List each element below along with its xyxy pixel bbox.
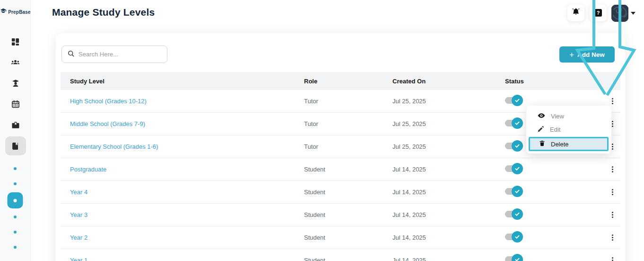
user-avatar[interactable] bbox=[611, 5, 628, 22]
role-cell: Tutor bbox=[304, 143, 392, 150]
created-on-cell: Jul 25, 2025 bbox=[392, 98, 505, 105]
menu-item-edit[interactable]: Edit bbox=[526, 123, 611, 136]
created-on-cell: Jul 14, 2025 bbox=[392, 234, 505, 241]
menu-item-label: View bbox=[551, 113, 564, 120]
status-toggle[interactable] bbox=[505, 143, 518, 149]
status-cell bbox=[505, 188, 604, 196]
study-level-link[interactable]: Year 4 bbox=[61, 189, 304, 196]
sidebar-item-calendar[interactable] bbox=[0, 94, 31, 115]
status-toggle[interactable] bbox=[505, 97, 518, 104]
column-header-created-on: Created On bbox=[392, 78, 505, 85]
menu-item-view[interactable]: View bbox=[526, 109, 611, 123]
add-new-button[interactable]: + Add New bbox=[559, 46, 615, 63]
row-actions-kebab-icon[interactable] bbox=[609, 255, 616, 261]
actions-cell bbox=[604, 255, 620, 261]
sidebar-subitem-dot-6[interactable] bbox=[14, 246, 17, 249]
study-level-link[interactable]: Middle School (Grades 7-9) bbox=[61, 120, 304, 127]
status-toggle[interactable] bbox=[505, 120, 518, 126]
study-level-link[interactable]: Postgraduate bbox=[61, 166, 304, 173]
eye-icon bbox=[537, 111, 546, 121]
created-on-cell: Jul 14, 2025 bbox=[392, 189, 505, 196]
menu-item-label: Edit bbox=[550, 126, 560, 133]
graduation-cap-logo-icon bbox=[0, 8, 7, 16]
sidebar-nav bbox=[0, 31, 31, 156]
page-title: Manage Study Levels bbox=[52, 7, 155, 18]
check-icon bbox=[512, 231, 523, 243]
trash-icon bbox=[539, 140, 546, 148]
sidebar-item-jobs[interactable] bbox=[0, 115, 31, 135]
check-icon bbox=[512, 186, 523, 197]
created-on-cell: Jul 14, 2025 bbox=[392, 211, 505, 218]
check-icon bbox=[512, 254, 523, 261]
sidebar-item-dashboard[interactable] bbox=[0, 31, 31, 52]
status-cell bbox=[505, 97, 604, 105]
role-cell: Tutor bbox=[304, 120, 392, 127]
sidebar-item-students[interactable] bbox=[0, 73, 31, 94]
created-on-cell: Jul 25, 2025 bbox=[392, 120, 505, 127]
menu-item-label: Delete bbox=[551, 141, 569, 148]
status-toggle[interactable] bbox=[505, 211, 518, 217]
sidebar-subitem-dot-2[interactable] bbox=[14, 182, 17, 185]
chevron-down-icon[interactable] bbox=[631, 12, 635, 15]
role-cell: Student bbox=[304, 234, 392, 241]
row-actions-kebab-icon[interactable] bbox=[609, 96, 616, 106]
bell-icon bbox=[571, 7, 581, 18]
row-actions-kebab-icon[interactable] bbox=[609, 164, 616, 174]
status-toggle[interactable] bbox=[505, 188, 518, 195]
study-levels-table: Study Level Role Created On Status High … bbox=[61, 72, 620, 261]
sidebar-subitem-active[interactable] bbox=[8, 192, 23, 208]
check-icon bbox=[512, 95, 523, 106]
actions-cell bbox=[604, 210, 620, 220]
status-toggle[interactable] bbox=[505, 256, 518, 261]
study-level-link[interactable]: Year 2 bbox=[61, 234, 304, 241]
sidebar-subitem-dot-1[interactable] bbox=[14, 167, 17, 170]
app-logo[interactable]: PrepBase bbox=[0, 8, 31, 16]
table-row: Year 1 Student Jul 14, 2025 bbox=[61, 249, 620, 261]
check-icon bbox=[512, 163, 523, 174]
sidebar-subitem-dot-5[interactable] bbox=[14, 231, 17, 234]
role-cell: Student bbox=[304, 211, 392, 218]
manage-study-levels-page: { "sidebar": { "logo_text": "PrepBase", … bbox=[0, 0, 644, 261]
sidebar-subitem-dot-4[interactable] bbox=[14, 216, 17, 218]
row-actions-kebab-icon[interactable] bbox=[609, 233, 616, 243]
role-cell: Student bbox=[304, 189, 392, 196]
column-header-status: Status bbox=[505, 78, 604, 85]
sidebar-item-library[interactable] bbox=[0, 135, 31, 156]
bag-icon bbox=[5, 116, 26, 135]
row-context-menu: View Edit Delete bbox=[526, 106, 611, 153]
column-header-study-level: Study Level bbox=[61, 78, 304, 85]
student-icon bbox=[5, 74, 26, 93]
menu-item-delete[interactable]: Delete bbox=[529, 137, 609, 151]
table-row: Year 2 Student Jul 14, 2025 bbox=[61, 226, 620, 249]
actions-cell bbox=[604, 96, 620, 106]
actions-cell bbox=[604, 187, 620, 197]
check-icon bbox=[512, 140, 523, 152]
dashboard-icon bbox=[5, 32, 26, 51]
study-level-link[interactable]: High School (Grades 10-12) bbox=[61, 98, 304, 105]
search-input[interactable] bbox=[78, 51, 162, 58]
created-on-cell: Jul 14, 2025 bbox=[392, 166, 505, 173]
status-toggle[interactable] bbox=[505, 165, 518, 172]
study-level-link[interactable]: Elementary School (Grades 1-6) bbox=[61, 143, 304, 150]
row-actions-kebab-icon[interactable] bbox=[609, 210, 616, 220]
book-icon bbox=[5, 136, 26, 155]
status-toggle[interactable] bbox=[505, 234, 518, 240]
row-actions-kebab-icon[interactable] bbox=[609, 187, 616, 197]
status-cell bbox=[505, 256, 604, 261]
study-level-link[interactable]: Year 3 bbox=[61, 211, 304, 218]
help-button[interactable]: ? bbox=[590, 4, 607, 21]
users-icon bbox=[5, 53, 26, 72]
table-row: Year 4 Student Jul 14, 2025 bbox=[61, 181, 620, 204]
plus-icon: + bbox=[569, 51, 574, 59]
sidebar-item-users[interactable] bbox=[0, 52, 31, 73]
actions-cell bbox=[604, 164, 620, 174]
study-level-link[interactable]: Year 1 bbox=[61, 257, 304, 261]
check-icon bbox=[512, 117, 523, 129]
search-icon bbox=[67, 50, 75, 59]
created-on-cell: Jul 25, 2025 bbox=[392, 143, 505, 150]
table-header-row: Study Level Role Created On Status bbox=[61, 72, 620, 90]
calendar-icon bbox=[5, 95, 26, 114]
notifications-button[interactable] bbox=[567, 4, 584, 21]
table-row: Postgraduate Student Jul 14, 2025 bbox=[61, 158, 620, 181]
actions-cell bbox=[604, 233, 620, 243]
